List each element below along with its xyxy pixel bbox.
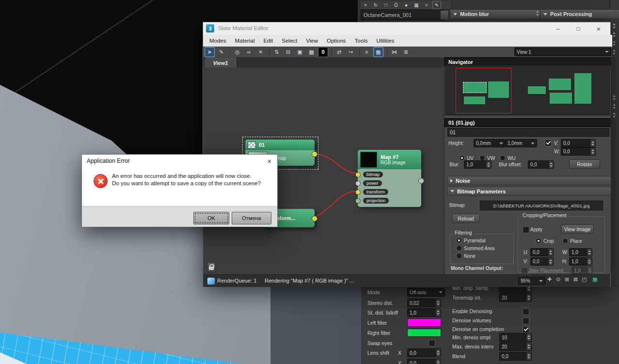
pan-tool-icon[interactable]: ✚ [545, 276, 554, 283]
node-map7[interactable]: Map #7 RGB image bitmap power [358, 150, 421, 206]
window-titlebar[interactable]: 3 Slate Material Editor – □ × [203, 22, 610, 35]
curve-icon[interactable]: ≈ [422, 1, 431, 9]
tonemap-int-spinner[interactable]: 20 [499, 293, 532, 302]
swap-icon[interactable]: ⇄ [334, 47, 344, 57]
spinner-arrows[interactable] [526, 343, 531, 350]
delete-selected-icon[interactable]: ✕ [255, 47, 266, 57]
spinner-arrows[interactable] [587, 258, 592, 265]
link-nodes-icon[interactable]: ∞ [244, 47, 254, 57]
rotate-tool-icon[interactable]: ↻ [371, 1, 380, 9]
spinner-arrows[interactable] [486, 161, 491, 168]
spinner-arrows[interactable] [435, 359, 441, 364]
zoom-level-dropdown[interactable]: 95% [518, 277, 545, 285]
input-connector-projection[interactable] [355, 198, 361, 204]
spinner-arrows[interactable] [590, 148, 595, 155]
blur-offset-spinner[interactable]: 0,0 [528, 160, 554, 169]
menu-utilities[interactable]: Utilities [372, 38, 398, 44]
show-map-in-viewport-icon[interactable]: 0 [318, 47, 328, 57]
crop-h-spinner[interactable]: 1,0 [569, 257, 592, 266]
min-disp-samp-spinner[interactable] [499, 286, 532, 293]
dialog-titlebar[interactable]: Application Error × [82, 155, 277, 168]
left-filter-swatch[interactable] [407, 318, 441, 327]
crop-v-spinner[interactable]: 0,0 [530, 257, 554, 266]
swap-eyes-checkbox[interactable] [429, 340, 435, 347]
stereo-dist-spinner[interactable]: 0,02 [407, 299, 441, 307]
layout-children-icon[interactable]: ▦ [373, 47, 383, 57]
spinner-arrows[interactable] [435, 299, 441, 307]
lens-shift-x-spinner[interactable]: 0,0 [407, 348, 441, 357]
denoise-volumes-checkbox[interactable] [523, 317, 529, 324]
rollout-noise[interactable]: Noise [447, 176, 611, 185]
view-image-button[interactable]: View Image [561, 224, 594, 234]
v-coord-spinner[interactable]: 0,0 [561, 139, 596, 147]
min-denois-smpl-spinner[interactable]: 10 [499, 333, 532, 342]
spinner-arrows[interactable] [548, 258, 553, 265]
lens-shift-y-spinner[interactable]: 0,0 [407, 359, 441, 364]
hide-unused-slots-icon[interactable]: ⊟ [283, 47, 293, 57]
slot-bitmap[interactable]: bitmap [358, 170, 421, 179]
param-spinner[interactable] [613, 104, 616, 109]
crop-radio[interactable]: Crop [536, 238, 554, 244]
jitter-checkbox[interactable] [521, 268, 528, 274]
menu-edit[interactable]: Edit [259, 38, 277, 44]
show-background-icon[interactable]: ▩ [306, 47, 317, 57]
menu-select[interactable]: Select [277, 38, 302, 44]
snap-magnet-icon[interactable]: Ω [392, 1, 400, 9]
height-lock-checkbox[interactable] [545, 140, 552, 146]
height-units-dropdown-2[interactable]: 1,0mm [505, 139, 537, 147]
maximize-button[interactable]: □ [569, 22, 588, 35]
apply-checkbox[interactable] [523, 226, 529, 233]
bitmap-path-button[interactable]: D:\3d\BEKTUR AKA\WORKS\Village_40\01.jpg [480, 201, 603, 210]
assign-material-icon[interactable]: ◎ [232, 47, 242, 57]
zoom-tool-icon[interactable]: ⊙ [554, 276, 562, 283]
max-denois-interv-spinner[interactable]: 20 [499, 342, 532, 351]
blur-spinner[interactable]: 1,0 [464, 160, 492, 169]
param-spinner[interactable] [613, 112, 616, 118]
spinner-arrows[interactable] [548, 249, 553, 256]
input-connector-bitmap[interactable] [355, 172, 361, 177]
menu-modes[interactable]: Modes [205, 38, 231, 44]
input-connector-transform[interactable] [355, 190, 361, 195]
wu-radio[interactable]: WU [500, 155, 516, 161]
move-children-icon[interactable]: ⇅ [271, 47, 282, 57]
zoom-extents-icon[interactable]: ⊠ [571, 276, 580, 283]
scale-tool-icon[interactable]: □ [381, 1, 390, 9]
w-coord-spinner[interactable]: 0,0 [561, 147, 596, 156]
rollout-post-processing[interactable]: Post Processing [540, 9, 619, 19]
reload-button[interactable]: Reload [452, 214, 480, 223]
st-dist-falloff-spinner[interactable]: 1,0 [407, 308, 441, 317]
pan-to-selected-icon[interactable]: ▦ [591, 276, 599, 283]
menu-tools[interactable]: Tools [350, 38, 372, 44]
rollout-bitmap-parameters[interactable]: Bitmap Parameters [447, 187, 611, 196]
grid-icon[interactable]: ▦ [412, 1, 421, 9]
view-selector-dropdown[interactable]: View 1 [514, 47, 611, 56]
height-units-dropdown-1[interactable]: 0,0mm [474, 139, 506, 147]
filter-none-radio[interactable]: None [456, 253, 476, 259]
spinner-arrows[interactable] [590, 140, 595, 147]
output-connector[interactable] [312, 151, 317, 157]
tab-view1[interactable]: View1 [205, 58, 236, 68]
zoom-region-icon[interactable]: ⊞ [563, 276, 571, 283]
spinner-arrows[interactable] [526, 352, 531, 360]
output-connector[interactable] [418, 178, 424, 184]
camera-pick-button[interactable] [440, 10, 449, 20]
rotate-button[interactable]: Rotate [569, 159, 600, 169]
menu-options[interactable]: Options [322, 38, 350, 44]
map-name-input[interactable] [447, 128, 609, 137]
blend-spinner[interactable]: 0,0 [499, 352, 532, 361]
param-spinner[interactable] [613, 41, 616, 46]
ok-button[interactable]: OK [193, 212, 229, 224]
crop-u-spinner[interactable]: 0,0 [530, 248, 554, 256]
filter-summed-area-radio[interactable]: Summed Area [456, 245, 494, 251]
close-button[interactable]: × [589, 22, 608, 35]
select-tool-icon[interactable]: ➤ [205, 47, 215, 57]
enable-denoising-checkbox[interactable] [523, 308, 529, 315]
filter-pyramidal-radio[interactable]: Pyramidal [456, 237, 485, 243]
input-connector-power[interactable] [355, 181, 361, 186]
crop-w-spinner[interactable]: 1,0 [569, 248, 592, 256]
pen-tool-icon[interactable]: ✎ [432, 1, 441, 9]
scroll-spinner[interactable] [536, 11, 539, 16]
camera-name-field[interactable]: OctaneCamera_001 [361, 10, 445, 20]
minimize-button[interactable]: – [548, 22, 568, 35]
material-params-header[interactable]: 01 (01.jpg) × [444, 118, 611, 127]
